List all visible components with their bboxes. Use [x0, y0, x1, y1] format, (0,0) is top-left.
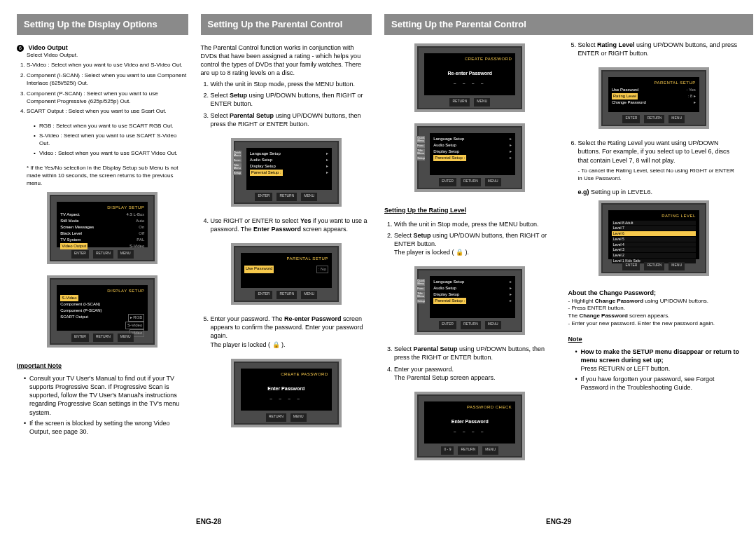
- parental-steps-a: With the unit in Stop mode, press the ME…: [211, 80, 372, 131]
- tv-parental-setup-no: PARENTAL SETUP Use Password: No ENTERRET…: [231, 243, 342, 305]
- parental-steps-b: Use RIGHT or ENTER to select Yes if you …: [211, 217, 372, 236]
- video-output-list: S-Video : Select when you want to use Vi…: [27, 62, 188, 118]
- video-output-header: 6 Video Output: [17, 43, 188, 52]
- video-output-sub: Select Video Output.: [27, 52, 188, 60]
- rating-steps-2: Select Parental Setup using UP/DOWN butt…: [394, 345, 556, 385]
- tv-setup-menu: Quick MenuFunc.Title MenuSetup Language …: [231, 138, 342, 207]
- about-list: - Highlight Change Password using UP/DOW…: [568, 298, 740, 328]
- footnote: * If the Yes/No selection in the Display…: [27, 165, 188, 187]
- tv-setup-menu-2: Quick MenuFunc.Title MenuSetup Language …: [414, 123, 525, 192]
- tv-setup-menu-3: Quick MenuFunc.Title MenuSetup Language …: [414, 266, 525, 335]
- tv-reenter-password: CREATE PASSWORD Re-enter Password – – – …: [414, 43, 525, 112]
- parental-steps-c: Enter your password. The Re-enter Passwo…: [211, 315, 372, 352]
- scart-sublist: RGB : Select when you want to use SCART …: [34, 123, 188, 159]
- rating-steps: With the unit in Stop mode, press the ME…: [394, 220, 556, 260]
- rating-level-heading: Setting Up the Rating Level: [384, 206, 556, 214]
- important-note-list: Consult your TV User's Manual to find ou…: [24, 374, 188, 438]
- levels-list: Level 8 Adult Level 7 Level 6 Level 5 Le…: [612, 221, 696, 263]
- col-4: Select Rating Level using UP/DOWN button…: [568, 14, 740, 522]
- note-list: How to make the SETUP menu disappear or …: [575, 348, 740, 394]
- manual-spread: Setting Up the Display Options 6 Video O…: [0, 0, 756, 536]
- col-2: Setting Up the Parental Control The Pare…: [201, 14, 372, 522]
- tv-password-check: PASSWORD CHECK Enter Password – – – – 0 …: [414, 392, 525, 460]
- step-circle: 6: [17, 45, 24, 52]
- banner-display: Setting Up the Display Options: [17, 14, 188, 35]
- tv-parental-setup-yes: PARENTAL SETUP Use Password: Yes Rating …: [598, 67, 709, 129]
- important-note-heading: Important Note: [17, 362, 188, 370]
- rating-steps-4: Select the Rating Level you want using U…: [578, 139, 740, 185]
- col-1: Setting Up the Display Options 6 Video O…: [17, 14, 188, 522]
- about-change-pw: About the Change Password;: [568, 289, 740, 297]
- parental-intro: The Parental Control function works in c…: [201, 43, 372, 78]
- rating-steps-3: Select Rating Level using UP/DOWN button…: [578, 41, 740, 60]
- note-heading: Note: [568, 335, 740, 343]
- tv-enter-password: CREATE PASSWORD Enter Password – – – – R…: [231, 359, 342, 427]
- tv-rating-level: RATING LEVEL Level 8 Adult Level 7 Level…: [598, 200, 709, 276]
- banner-parental-1: Setting Up the Parental Control: [201, 14, 372, 35]
- tv-display-setup-1: DISPLAY SETUP TV Aspect4:3 L-Box Still M…: [47, 192, 158, 264]
- page-number-right: ENG-29: [546, 517, 571, 527]
- page-number-left: ENG-28: [196, 517, 221, 527]
- col-3: Setting Up the Parental Control CREATE P…: [384, 14, 556, 522]
- tv-display-setup-2: DISPLAY SETUP S-Video Component (I-SCAN)…: [47, 275, 158, 348]
